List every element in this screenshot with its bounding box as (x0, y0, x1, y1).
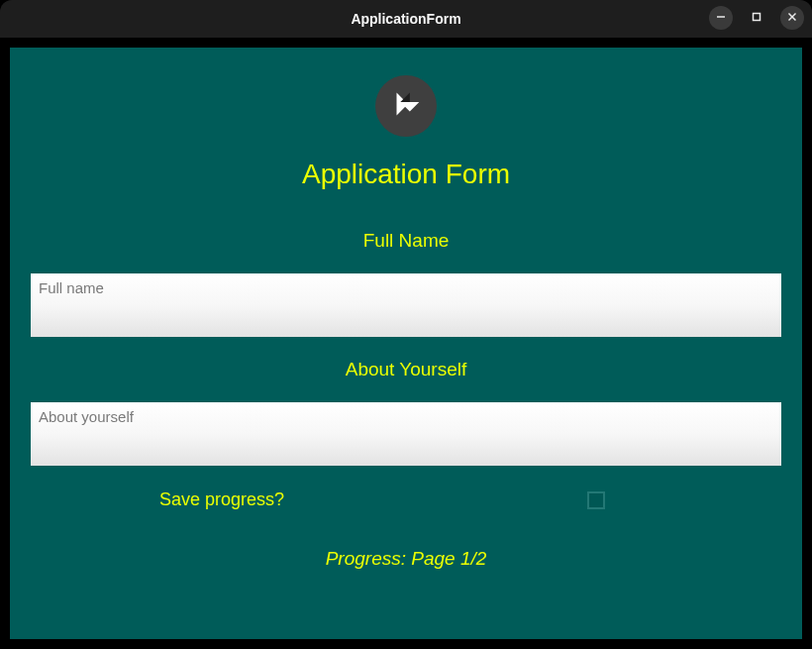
svg-rect-1 (754, 14, 761, 21)
minimize-button[interactable] (709, 6, 733, 30)
kivy-logo-icon (387, 85, 425, 127)
minimize-icon (715, 9, 727, 27)
progress-indicator: Progress: Page 1/2 (326, 548, 487, 570)
fullname-input[interactable] (31, 273, 781, 337)
about-label: About Yourself (346, 359, 467, 380)
titlebar: ApplicationForm (0, 0, 812, 38)
close-icon (786, 9, 798, 27)
form-body: Application Form Full Name About Yoursel… (10, 48, 802, 639)
maximize-button[interactable] (745, 6, 768, 30)
app-logo (375, 75, 437, 137)
window: ApplicationForm (0, 0, 812, 649)
save-progress-label: Save progress? (159, 489, 284, 510)
close-button[interactable] (780, 6, 804, 30)
window-controls (709, 6, 804, 30)
save-row: Save progress? (31, 489, 781, 510)
save-progress-checkbox[interactable] (587, 491, 605, 509)
fullname-label: Full Name (363, 230, 450, 252)
maximize-icon (751, 9, 762, 27)
page-title: Application Form (302, 159, 510, 190)
window-title: ApplicationForm (351, 11, 460, 27)
about-input[interactable] (31, 402, 781, 466)
